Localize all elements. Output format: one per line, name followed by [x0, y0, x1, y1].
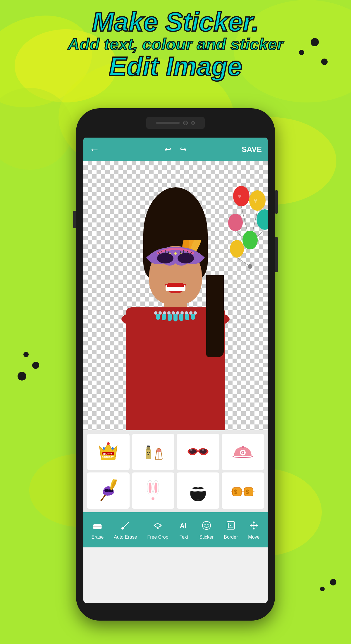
svg-point-76	[157, 527, 159, 529]
svg-text:♥: ♥	[254, 197, 257, 204]
sticker-cap[interactable]: G	[222, 434, 264, 470]
phone-speaker	[156, 122, 180, 124]
sticker-birthday-crown[interactable]: HAPPY BIRTHDAY	[87, 434, 130, 470]
tool-text[interactable]: A Text	[178, 520, 189, 540]
back-button[interactable]: ←	[89, 143, 100, 155]
erase-icon	[92, 520, 103, 533]
header-area: Make Sticker. Add text, colour and stick…	[0, 9, 351, 80]
erase-label: Erase	[91, 535, 104, 540]
sticker-dollar-glasses[interactable]: $ $	[222, 472, 264, 509]
mask-sticker[interactable]	[140, 240, 211, 275]
svg-point-38	[107, 442, 110, 445]
svg-point-63	[154, 482, 157, 493]
svg-marker-87	[253, 521, 255, 523]
phone-sensor	[191, 121, 195, 125]
svg-text:HAPPY: HAPPY	[103, 453, 112, 455]
undo-redo-controls: ↩ ↪	[164, 145, 187, 154]
phone-notch	[146, 117, 205, 129]
undo-button[interactable]: ↩	[164, 145, 171, 154]
svg-point-48	[190, 449, 192, 451]
sticker-panel: HAPPY BIRTHDAY	[83, 430, 268, 512]
svg-point-47	[149, 452, 150, 453]
sticker-bunny-ears[interactable]	[132, 472, 175, 509]
edit-canvas[interactable]: ♥ ♥	[83, 161, 268, 430]
sticker-drinks[interactable]	[132, 434, 175, 470]
redo-button[interactable]: ↪	[180, 145, 187, 154]
tool-free-crop[interactable]: Free Crop	[147, 520, 168, 540]
power-button	[275, 237, 278, 272]
svg-line-29	[237, 258, 250, 266]
text-label: Text	[180, 535, 188, 540]
svg-point-9	[178, 253, 194, 263]
free-crop-label: Free Crop	[147, 535, 168, 540]
svg-text:$: $	[234, 489, 237, 495]
svg-marker-88	[253, 528, 255, 530]
svg-point-64	[152, 497, 154, 500]
svg-point-61	[149, 482, 152, 493]
auto-erase-icon	[120, 520, 131, 533]
text-icon: A	[178, 520, 189, 533]
svg-point-24	[228, 214, 243, 231]
sticker-beard[interactable]	[177, 472, 219, 509]
svg-point-46	[147, 452, 148, 453]
svg-text:♥: ♥	[238, 193, 242, 200]
balloon-sticker[interactable]: ♥ ♥	[227, 184, 268, 278]
svg-point-49	[202, 449, 204, 451]
svg-point-8	[157, 253, 173, 263]
save-button[interactable]: SAVE	[242, 145, 262, 154]
svg-marker-90	[256, 524, 258, 527]
phone-screen: ← ↩ ↪ SAVE	[83, 138, 268, 603]
left-button	[73, 211, 76, 228]
svg-rect-41	[146, 449, 151, 459]
svg-rect-43	[147, 446, 150, 447]
phone-device: ← ↩ ↪ SAVE	[76, 108, 275, 621]
svg-point-75	[121, 527, 124, 530]
free-crop-icon	[152, 520, 163, 533]
tool-erase[interactable]: Erase	[91, 520, 104, 540]
move-label: Move	[248, 535, 259, 540]
svg-point-22	[257, 209, 268, 230]
svg-point-84	[230, 525, 231, 526]
svg-point-39	[103, 447, 105, 450]
auto-erase-label: Auto Erase	[114, 535, 137, 540]
svg-point-79	[202, 521, 211, 530]
svg-text:A: A	[180, 522, 185, 529]
svg-text:LET'S PARTY: LET'S PARTY	[105, 494, 114, 496]
svg-point-50	[242, 446, 244, 448]
title-line1: Make Sticker.	[0, 9, 351, 35]
tool-sticker[interactable]: Sticker	[199, 520, 214, 540]
svg-point-81	[207, 524, 209, 525]
border-label: Border	[224, 535, 238, 540]
svg-point-28	[230, 240, 244, 258]
bottom-toolbar: Erase Auto Erase Free Crop A	[83, 512, 268, 547]
move-icon	[249, 520, 259, 533]
svg-point-55	[104, 489, 109, 492]
svg-marker-89	[250, 524, 252, 527]
svg-point-26	[242, 231, 258, 249]
tool-border[interactable]: Border	[224, 520, 238, 540]
sticker-party-mask[interactable]: LET'S PARTY	[87, 472, 130, 509]
title-line2: Add text, colour and sticker	[0, 35, 351, 53]
svg-text:BIRTHDAY: BIRTHDAY	[102, 456, 114, 458]
tool-move[interactable]: Move	[248, 520, 259, 540]
svg-line-74	[123, 523, 128, 528]
tool-auto-erase[interactable]: Auto Erase	[114, 520, 137, 540]
svg-text:$: $	[246, 489, 249, 495]
svg-point-80	[204, 524, 206, 525]
svg-point-5	[174, 252, 177, 255]
sticker-sunglasses[interactable]	[177, 434, 219, 470]
sticker-tool-icon	[201, 520, 212, 533]
top-bar: ← ↩ ↪ SAVE	[83, 138, 268, 161]
phone-front-camera	[183, 121, 188, 125]
title-line3: Edit Image	[0, 53, 351, 80]
svg-text:G: G	[241, 450, 244, 455]
svg-point-40	[111, 447, 114, 450]
border-icon	[226, 520, 236, 533]
sticker-tool-label: Sticker	[199, 535, 214, 540]
svg-point-32	[248, 264, 252, 269]
volume-button	[275, 190, 278, 214]
